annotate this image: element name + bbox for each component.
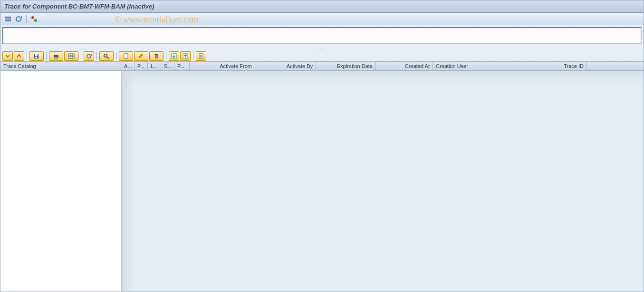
toolbar-separator	[116, 52, 116, 60]
list-icon	[5, 16, 11, 22]
svg-rect-11	[68, 54, 74, 58]
column-a[interactable]: A...	[121, 62, 135, 70]
import-icon	[171, 53, 177, 59]
table-icon	[68, 53, 75, 59]
print-icon	[53, 53, 59, 59]
log-icon	[198, 53, 204, 59]
export-button[interactable]	[64, 51, 78, 61]
svg-rect-19	[155, 55, 158, 58]
column-s[interactable]: S...	[161, 62, 174, 70]
svg-line-17	[107, 57, 109, 58]
column-trace-catalog[interactable]: Trace Catalog	[0, 62, 121, 70]
window-title: Trace for Component BC-BMT-WFM-BAM (Inac…	[0, 0, 644, 13]
refresh-button[interactable]	[14, 14, 23, 24]
svg-point-4	[34, 19, 37, 22]
app-toolbar	[0, 13, 644, 25]
svg-rect-18	[124, 54, 128, 58]
print-button[interactable]	[49, 51, 63, 61]
grid-column-headers: Trace Catalog A... P... L... S... P... A…	[0, 61, 644, 71]
svg-rect-10	[55, 57, 58, 58]
pencil-icon	[138, 53, 144, 59]
status-icon	[31, 16, 38, 22]
column-p2[interactable]: P...	[174, 62, 190, 70]
column-activate-by[interactable]: Activate By	[255, 62, 316, 70]
status-button[interactable]	[29, 14, 39, 24]
save-icon	[33, 53, 40, 59]
export-file-button[interactable]	[180, 51, 191, 61]
svg-rect-9	[55, 54, 58, 55]
refresh-grid-button[interactable]	[84, 51, 94, 61]
svg-rect-20	[154, 54, 158, 55]
create-button[interactable]	[119, 51, 133, 61]
horizontal-splitter[interactable]: .....	[0, 46, 644, 51]
column-p1[interactable]: P...	[135, 62, 148, 70]
svg-rect-6	[35, 54, 38, 56]
window-title-text: Trace for Component BC-BMT-WFM-BAM (Inac…	[4, 3, 154, 10]
delete-button[interactable]	[149, 51, 163, 61]
svg-rect-1	[5, 19, 11, 19]
import-button[interactable]	[169, 51, 179, 61]
column-spacer	[587, 62, 644, 70]
column-l[interactable]: L...	[148, 62, 161, 70]
column-expiration-date[interactable]: Expiration Date	[316, 62, 376, 70]
tree-pane[interactable]	[0, 71, 121, 292]
toolbar-separator	[27, 52, 27, 60]
details-button[interactable]	[2, 51, 13, 61]
column-activate-from[interactable]: Activate From	[190, 62, 255, 70]
svg-rect-0	[5, 17, 11, 18]
tree-body	[0, 71, 121, 292]
data-pane[interactable]	[123, 71, 644, 292]
chevron-down-icon	[5, 53, 10, 59]
trash-icon	[153, 53, 160, 59]
log-button[interactable]	[196, 51, 206, 61]
toolbar-separator	[96, 52, 97, 60]
svg-point-16	[104, 54, 107, 57]
chevron-up-icon	[16, 53, 22, 59]
toolbar-separator	[46, 52, 47, 60]
refresh-icon	[86, 53, 92, 59]
svg-point-3	[31, 16, 34, 19]
save-layout-button[interactable]	[29, 51, 44, 61]
data-body	[123, 71, 644, 292]
svg-rect-7	[35, 57, 37, 58]
column-trace-id[interactable]: Trace ID	[506, 62, 587, 70]
export-icon	[183, 53, 188, 59]
list-button[interactable]	[3, 14, 13, 24]
refresh-icon	[15, 16, 22, 22]
toolbar-separator	[193, 52, 193, 60]
selection-frame	[2, 27, 642, 44]
grid-body	[0, 71, 644, 292]
document-new-icon	[123, 53, 129, 59]
collapse-button[interactable]	[14, 51, 24, 61]
toolbar-separator	[166, 52, 166, 60]
toolbar-separator	[26, 15, 27, 23]
search-icon	[103, 53, 110, 59]
column-creation-user[interactable]: Creation User	[433, 62, 506, 70]
column-created-at[interactable]: Created At	[376, 62, 433, 70]
toolbar-separator	[81, 52, 81, 60]
grid-toolbar	[0, 51, 644, 61]
svg-rect-2	[5, 20, 11, 21]
change-button[interactable]	[134, 51, 148, 61]
find-button[interactable]	[99, 51, 114, 61]
